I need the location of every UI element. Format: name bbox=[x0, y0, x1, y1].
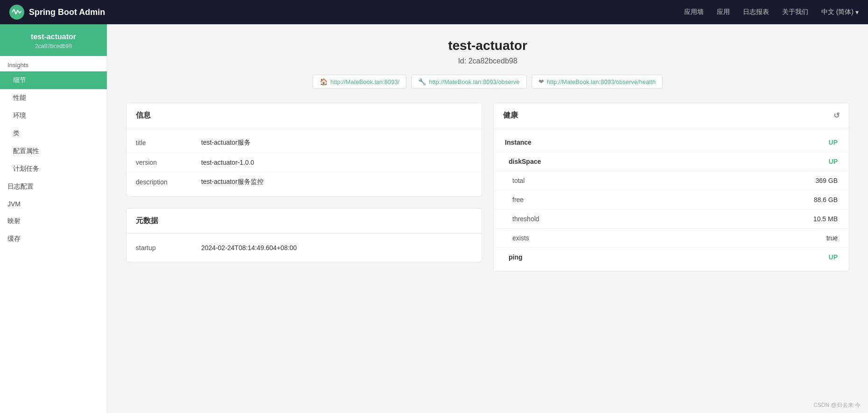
metadata-row-startup: startup 2024-02-24T08:14:49.604+08:00 bbox=[126, 238, 482, 257]
sidebar-item-scheduled-tasks[interactable]: 计划任务 bbox=[0, 160, 107, 178]
metadata-value-startup: 2024-02-24T08:14:49.604+08:00 bbox=[201, 244, 472, 252]
health-row-diskspace: diskSpace UP bbox=[494, 152, 849, 171]
nav-about[interactable]: 关于我们 bbox=[782, 8, 808, 16]
home-icon: 🏠 bbox=[320, 78, 328, 85]
metadata-card-title: 元数据 bbox=[136, 216, 158, 226]
health-key-exists: exists bbox=[505, 234, 826, 242]
right-column: 健康 ↺ Instance UP diskSpace UP bbox=[493, 103, 849, 272]
main-content: test-actuator Id: 2ca82bcedb98 🏠 http://… bbox=[107, 24, 868, 413]
logo-text: Spring Boot Admin bbox=[29, 7, 105, 17]
page-title: test-actuator bbox=[126, 38, 849, 53]
sidebar-item-config-props[interactable]: 配置属性 bbox=[0, 142, 107, 160]
health-value-exists: true bbox=[826, 234, 838, 242]
health-key-diskspace: diskSpace bbox=[505, 158, 829, 165]
url-observe-label: http://MateBook.lan:8093/observe bbox=[429, 78, 519, 85]
sidebar-section-insights: Insights bbox=[0, 56, 107, 71]
sidebar-item-performance[interactable]: 性能 bbox=[0, 89, 107, 107]
url-chip-health[interactable]: ❤ http://MateBook.lan:8093/observe/healt… bbox=[532, 75, 663, 89]
health-card-body: Instance UP diskSpace UP total 369 GB bbox=[494, 128, 849, 271]
sidebar-item-classes[interactable]: 类 bbox=[0, 125, 107, 142]
sidebar-app-id: 2ca82bcedb98 bbox=[7, 43, 99, 49]
health-key-total: total bbox=[505, 177, 816, 184]
health-row-threshold: threshold 10.5 MB bbox=[494, 210, 849, 229]
sidebar-item-environment[interactable]: 环境 bbox=[0, 107, 107, 125]
url-health-label: http://MateBook.lan:8093/observe/health bbox=[547, 78, 656, 85]
health-value-threshold: 10.5 MB bbox=[813, 215, 838, 223]
info-value-version: test-actuator-1.0.0 bbox=[201, 159, 472, 166]
info-card-body: title test-actuator服务 version test-actua… bbox=[126, 128, 482, 196]
logo: Spring Boot Admin bbox=[9, 5, 105, 20]
health-status-ping: UP bbox=[829, 253, 838, 261]
sidebar-app-name: test-actuator bbox=[7, 33, 99, 41]
info-card-header: 信息 bbox=[126, 103, 482, 128]
health-row-exists: exists true bbox=[494, 229, 849, 248]
health-status-instance: UP bbox=[829, 139, 838, 146]
health-key-free: free bbox=[505, 196, 814, 203]
health-row-total: total 369 GB bbox=[494, 171, 849, 190]
left-column: 信息 title test-actuator服务 version test-ac… bbox=[126, 103, 482, 272]
nav-app[interactable]: 应用 bbox=[717, 8, 730, 16]
sidebar-item-cache[interactable]: 缓存 bbox=[0, 230, 107, 248]
info-value-description: test-actuator服务监控 bbox=[201, 178, 472, 186]
url-chip-home[interactable]: 🏠 http://MateBook.lan:8093/ bbox=[313, 75, 406, 89]
footer-note: CSDN @归去来 今 bbox=[813, 401, 861, 409]
heart-icon: ❤ bbox=[539, 78, 544, 85]
info-key-description: description bbox=[136, 178, 201, 186]
sidebar-item-log-config[interactable]: 日志配置 bbox=[0, 178, 107, 196]
chevron-down-icon: ▾ bbox=[855, 8, 859, 16]
nav-lang[interactable]: 中文 (简体) ▾ bbox=[821, 8, 859, 16]
health-row-instance: Instance UP bbox=[494, 133, 849, 152]
url-chip-observe[interactable]: 🔧 http://MateBook.lan:8093/observe bbox=[411, 75, 526, 89]
topnav-links: 应用墙 应用 日志报表 关于我们 中文 (简体) ▾ bbox=[684, 8, 859, 16]
logo-icon bbox=[9, 5, 24, 20]
health-card-header: 健康 ↺ bbox=[494, 103, 849, 128]
sidebar: test-actuator 2ca82bcedb98 Insights 细节 性… bbox=[0, 24, 107, 413]
info-value-title: test-actuator服务 bbox=[201, 139, 472, 147]
history-icon[interactable]: ↺ bbox=[833, 111, 840, 120]
health-card-title: 健康 bbox=[503, 111, 518, 120]
info-row-version: version test-actuator-1.0.0 bbox=[126, 153, 482, 172]
health-status-diskspace: UP bbox=[829, 158, 838, 165]
info-row-title: title test-actuator服务 bbox=[126, 133, 482, 153]
metadata-card-header: 元数据 bbox=[126, 209, 482, 234]
url-bar: 🏠 http://MateBook.lan:8093/ 🔧 http://Mat… bbox=[126, 75, 849, 89]
info-row-description: description test-actuator服务监控 bbox=[126, 172, 482, 192]
sidebar-item-details[interactable]: 细节 bbox=[0, 71, 107, 89]
health-key-instance: Instance bbox=[505, 139, 829, 146]
url-home-label: http://MateBook.lan:8093/ bbox=[330, 78, 399, 85]
sidebar-item-mapping[interactable]: 映射 bbox=[0, 212, 107, 230]
info-card: 信息 title test-actuator服务 version test-ac… bbox=[126, 103, 482, 197]
sidebar-header: test-actuator 2ca82bcedb98 bbox=[0, 24, 107, 56]
nav-app-wall[interactable]: 应用墙 bbox=[684, 8, 704, 16]
info-card-title: 信息 bbox=[136, 111, 151, 120]
health-row-ping: ping UP bbox=[494, 248, 849, 266]
content-grid: 信息 title test-actuator服务 version test-ac… bbox=[126, 103, 849, 272]
health-key-threshold: threshold bbox=[505, 215, 813, 223]
metadata-card-body: startup 2024-02-24T08:14:49.604+08:00 bbox=[126, 234, 482, 262]
info-key-version: version bbox=[136, 159, 201, 166]
metadata-card: 元数据 startup 2024-02-24T08:14:49.604+08:0… bbox=[126, 208, 482, 262]
wrench-icon: 🔧 bbox=[418, 78, 426, 85]
lang-label: 中文 (简体) bbox=[821, 8, 854, 16]
health-row-free: free 88.6 GB bbox=[494, 190, 849, 210]
metadata-key-startup: startup bbox=[136, 244, 201, 252]
layout: test-actuator 2ca82bcedb98 Insights 细节 性… bbox=[0, 24, 868, 413]
health-value-free: 88.6 GB bbox=[814, 196, 838, 203]
topnav: Spring Boot Admin 应用墙 应用 日志报表 关于我们 中文 (简… bbox=[0, 0, 868, 24]
health-key-ping: ping bbox=[505, 253, 829, 261]
health-card: 健康 ↺ Instance UP diskSpace UP bbox=[493, 103, 849, 272]
info-key-title: title bbox=[136, 139, 201, 147]
page-id: Id: 2ca82bcedb98 bbox=[126, 57, 849, 65]
sidebar-item-jvm[interactable]: JVM bbox=[0, 196, 107, 212]
nav-log-report[interactable]: 日志报表 bbox=[743, 8, 769, 16]
health-value-total: 369 GB bbox=[816, 177, 838, 184]
